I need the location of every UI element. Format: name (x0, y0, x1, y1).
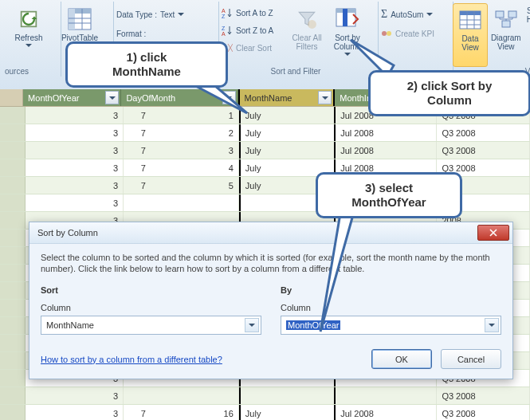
filter-dropdown-icon[interactable] (105, 91, 119, 104)
sort-az-button[interactable]: AZ Sort A to Z (218, 5, 287, 21)
column-label: Column (281, 303, 501, 312)
sort-za-button[interactable]: ZA Sort Z to A (218, 22, 287, 38)
cell-blank[interactable] (0, 230, 26, 246)
cell-blank[interactable] (0, 370, 26, 387)
cell-moy[interactable]: 3 (26, 405, 124, 420)
data-view-label: Data View (461, 34, 479, 52)
cell-mic[interactable]: Jul 2008 (336, 124, 437, 141)
cell-qic[interactable]: Q3 2008 (437, 124, 530, 141)
cell-blank[interactable] (0, 194, 26, 211)
cell-moy[interactable]: 3 (26, 177, 124, 194)
diagram-view-button[interactable]: Diagram View (488, 3, 524, 65)
cell-dom[interactable]: 57 (124, 177, 239, 194)
cell-mic[interactable]: Jul 2008 (336, 405, 437, 420)
cell-mname[interactable]: July (239, 405, 336, 420)
cell-blank[interactable] (0, 405, 26, 420)
cancel-button[interactable]: Cancel (441, 349, 501, 369)
clear-filters-label: Clear All Filters (292, 33, 321, 51)
cell-blank[interactable] (0, 159, 26, 176)
filter-dropdown-icon[interactable] (318, 91, 332, 104)
cell-mname[interactable] (239, 387, 336, 404)
cell-moy[interactable]: 3 (26, 142, 124, 159)
svg-text:A: A (222, 31, 226, 36)
cell-moy[interactable]: 3 (26, 159, 124, 176)
dropdown-arrow-icon (485, 318, 499, 332)
cell-moy[interactable]: 3 (26, 194, 124, 211)
cell-blank[interactable] (0, 335, 26, 351)
cell-dom[interactable] (124, 194, 239, 211)
cell-dom[interactable]: 167 (124, 405, 239, 420)
sort-column-value: MonthName (46, 320, 94, 330)
svg-rect-16 (343, 9, 347, 26)
cell-blank[interactable] (0, 212, 26, 229)
svg-rect-3 (69, 9, 75, 29)
cell-blank[interactable] (0, 142, 26, 159)
dialog-description: Select the column to be sorted and the c… (41, 252, 501, 274)
sort-by-column-icon (335, 6, 360, 32)
help-link[interactable]: How to sort by a column from a different… (41, 355, 222, 364)
cell-qic[interactable]: Q3 2008 (437, 405, 530, 420)
svg-point-17 (382, 31, 387, 36)
dropdown-arrow-icon (245, 318, 259, 332)
table-row[interactable]: 337JulyJul 2008Q3 2008 (0, 142, 530, 159)
cell-blank[interactable] (0, 177, 26, 194)
cell-moy[interactable]: 3 (26, 107, 124, 124)
data-view-button[interactable]: Data View (453, 3, 488, 67)
callout-2: 2) click Sort by Column (368, 70, 530, 116)
column-header-blank[interactable] (0, 89, 23, 106)
svg-point-18 (387, 31, 391, 36)
cell-blank[interactable] (0, 352, 26, 369)
callout-1: 1) click MonthName (65, 41, 228, 88)
ok-button[interactable]: OK (371, 349, 432, 369)
cell-mic[interactable] (336, 387, 437, 404)
sort-az-icon: AZ (222, 7, 233, 18)
format-dropdown[interactable]: Format : (113, 26, 214, 41)
sort-column-combo[interactable]: MonthName (41, 316, 261, 335)
group-label: ources (0, 67, 61, 76)
cell-dom[interactable]: 37 (124, 142, 239, 159)
svg-text:Z: Z (222, 14, 226, 18)
by-column-combo[interactable]: MonthOfYear (281, 316, 501, 335)
cell-moy[interactable]: 3 (26, 124, 124, 141)
cell-qic[interactable]: Q3 2008 (437, 142, 530, 159)
cell-blank[interactable] (0, 317, 26, 334)
clear-sort-button[interactable]: AZ Clear Sort (218, 40, 287, 56)
pivottable-icon (67, 6, 92, 32)
funnel-clear-icon (294, 6, 320, 32)
callout-3: 3) select MonthOfYear (316, 172, 462, 218)
cell-dom[interactable]: 47 (124, 159, 239, 176)
cell-dom[interactable] (124, 387, 239, 404)
svg-rect-20 (460, 11, 481, 15)
clear-filters-button[interactable]: Clear All Filters (287, 3, 327, 65)
cell-blank[interactable] (0, 300, 26, 316)
table-row[interactable]: 327JulyJul 2008Q3 2008 (0, 124, 530, 142)
cell-blank[interactable] (0, 282, 26, 299)
cell-mname[interactable]: July (239, 142, 336, 159)
refresh-label: Refresh (14, 33, 42, 42)
dropdown-arrow-icon (426, 13, 433, 16)
cell-blank[interactable] (0, 107, 26, 124)
cell-moy[interactable]: 3 (26, 387, 124, 404)
cell-mname[interactable]: July (239, 124, 336, 141)
data-type-dropdown[interactable]: Data Type : Text (113, 6, 214, 22)
cell-qic[interactable]: Q3 2008 (437, 387, 530, 404)
by-heading: By (281, 285, 501, 295)
cell-blank[interactable] (0, 265, 26, 281)
table-row[interactable]: 3Q3 2008 (0, 387, 530, 405)
autosum-button[interactable]: Σ AutoSum (378, 6, 448, 22)
column-header-moy[interactable]: MonthOfYear (23, 89, 121, 106)
refresh-button[interactable]: Refresh (10, 3, 48, 65)
show-hidden-button[interactable]: S H (524, 3, 530, 65)
table-row[interactable]: 3167JulyJul 2008Q3 2008 (0, 405, 530, 420)
cell-dom[interactable]: 27 (124, 124, 239, 141)
svg-text:A: A (222, 8, 226, 14)
dialog-titlebar[interactable]: Sort by Column (29, 222, 512, 244)
cell-mic[interactable]: Jul 2008 (336, 142, 437, 159)
cell-blank[interactable] (0, 124, 26, 141)
cell-blank[interactable] (0, 387, 26, 404)
data-type-value: Text (160, 10, 175, 19)
sigma-icon: Σ (381, 8, 387, 21)
cell-blank[interactable] (0, 247, 26, 264)
dialog-close-button[interactable] (477, 225, 509, 241)
dropdown-arrow-icon (178, 13, 184, 16)
